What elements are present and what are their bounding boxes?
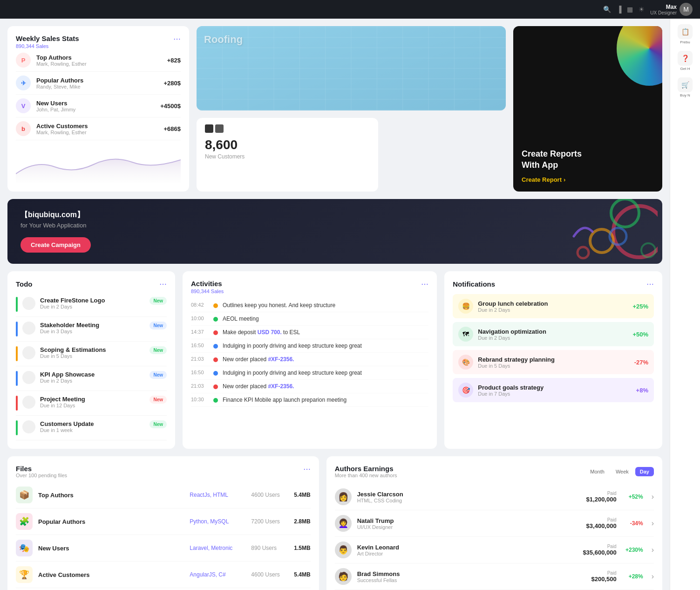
ae-info: Jessie Clarcson HTML, CSS Coding xyxy=(357,491,581,503)
activity-item: 21:03 New order placed #XF-2356. xyxy=(191,353,428,366)
row-1: Weekly Sales Stats 890,344 Sales ⋯ P Top… xyxy=(7,26,662,192)
row-2: 【biqubiqu.com】 for Your Web Application … xyxy=(7,199,662,264)
files-card: Files Over 100 pending files ⋯ 📦 Top Aut… xyxy=(7,456,319,590)
stat-item: V New Users John, Pat, Jimmy +4500$ xyxy=(16,95,181,117)
avatar[interactable]: M xyxy=(680,3,693,16)
arrow-right-icon: › xyxy=(564,176,565,183)
notification-item: 🎨 Rebrand strategy planning Due in 5 Day… xyxy=(453,350,654,374)
todo-due: Due in 2 Days xyxy=(40,378,145,384)
activity-text: AEOL meeting xyxy=(223,316,259,322)
ae-avatar: 🧑 xyxy=(335,568,352,585)
file-size: 5.4MB xyxy=(294,492,310,498)
todo-line xyxy=(16,396,18,411)
notifications-more-icon[interactable]: ⋯ xyxy=(646,280,654,288)
activity-time: 16:50 xyxy=(191,343,209,348)
create-report-link[interactable]: Create Report › xyxy=(522,176,654,183)
todo-more-icon[interactable]: ⋯ xyxy=(159,280,167,288)
stat-info: Popular Authors Randy, Steve, Mike xyxy=(36,77,163,89)
ae-arrow-icon[interactable]: › xyxy=(652,519,654,528)
ae-change: +28% xyxy=(622,573,643,580)
notifications-title: Notifications xyxy=(453,280,495,288)
todo-avatar xyxy=(22,371,35,384)
activity-text: Indulging in poorly driving and keep str… xyxy=(223,343,362,349)
todo-list: Create FireStone Logo Due in 2 Days New … xyxy=(16,292,167,440)
activity-link[interactable]: #XF-2356. xyxy=(268,356,294,363)
ae-role: Art Director xyxy=(357,551,578,556)
user-info[interactable]: Max UX Designer M xyxy=(650,3,693,16)
activity-dot xyxy=(213,303,218,308)
weekly-sales-title: Weekly Sales Stats xyxy=(16,34,79,42)
todo-due: Due in 5 Days xyxy=(40,353,145,359)
right-panel-item[interactable]: 🛒 Buy N xyxy=(678,77,693,97)
todo-item: KPI App Showcase Due in 2 Days New xyxy=(16,366,167,391)
files-title: Files xyxy=(16,465,67,473)
stat-info: Active Customers Mark, Rowling, Esther xyxy=(36,123,163,135)
notif-info: Product goals strategy Due in 7 Days xyxy=(478,384,631,397)
activity-item: 16:50 Indulging in poorly driving and ke… xyxy=(191,339,428,353)
activities-more-icon[interactable]: ⋯ xyxy=(421,280,428,288)
file-icon: 🏆 xyxy=(16,566,33,583)
stat-info: Top Authors Mark, Rowling, Esther xyxy=(36,54,167,67)
ae-role: Successful Fellas xyxy=(357,577,586,583)
ae-arrow-icon[interactable]: › xyxy=(652,493,654,501)
file-name: Popular Authors xyxy=(38,518,184,525)
file-name: Active Customers xyxy=(38,571,184,578)
stat-sub: Mark, Rowling, Esther xyxy=(36,130,163,135)
right-panel-label: Buy N xyxy=(680,93,690,97)
stat-name: New Users xyxy=(36,100,160,107)
activity-item: 10:00 AEOL meeting xyxy=(191,312,428,326)
ae-paid-label: Paid xyxy=(586,491,617,496)
ae-info: Kevin Leonard Art Director xyxy=(357,544,578,556)
right-panel-item[interactable]: ❓ Get H xyxy=(678,51,693,71)
file-tags: AngularJS, C# xyxy=(190,571,245,578)
activity-item: 21:03 New order placed #XF-2356. xyxy=(191,380,428,393)
ae-amount: $200,500 xyxy=(591,576,616,583)
todo-avatar xyxy=(22,322,35,335)
menu-icon[interactable]: ▐ xyxy=(617,6,621,13)
stat-name: Active Customers xyxy=(36,123,163,130)
ae-arrow-icon[interactable]: › xyxy=(652,572,654,581)
files-more-icon[interactable]: ⋯ xyxy=(303,465,311,473)
stat-item: P Top Authors Mark, Rowling, Esther +82$ xyxy=(16,49,181,72)
activity-dot xyxy=(213,371,218,376)
todo-item: Project Meeting Due in 12 Days New xyxy=(16,391,167,416)
row-3: Todo ⋯ Create FireStone Logo Due in 2 Da… xyxy=(7,271,662,449)
todo-due: Due in 1 week xyxy=(40,427,145,433)
tab-week[interactable]: Week xyxy=(611,467,633,476)
new-customers-label: New Customers xyxy=(205,153,370,160)
notif-icon: 🎯 xyxy=(458,383,473,398)
activities-subtitle: 890,344 Sales xyxy=(191,288,224,294)
notif-info: Rebrand strategy planning Due in 5 Days xyxy=(478,356,629,369)
create-reports-title: Create Reports With App xyxy=(522,149,654,171)
notifications-card: Notifications ⋯ 🍔 Group lunch celebratio… xyxy=(444,271,662,449)
tab-day[interactable]: Day xyxy=(635,467,654,476)
create-campaign-button[interactable]: Create Campaign xyxy=(20,237,91,253)
ae-arrow-icon[interactable]: › xyxy=(652,546,654,554)
stat-sub: Mark, Rowling, Esther xyxy=(36,61,167,67)
campaign-subtitle: for Your Web Application xyxy=(20,222,649,229)
activity-list: 08:42 Outlines keep you honest. And keep… xyxy=(191,299,428,407)
right-panel-item[interactable]: 📋 Prebu xyxy=(678,24,693,44)
todo-item: Customers Update Due in 1 week New xyxy=(16,416,167,440)
theme-icon[interactable]: ☀ xyxy=(639,6,645,13)
activity-dot xyxy=(213,357,218,362)
activity-link[interactable]: #XF-2356. xyxy=(268,383,294,390)
grid-icon[interactable]: ▦ xyxy=(627,6,633,13)
file-name: Top Authors xyxy=(38,492,184,499)
notif-value: -27% xyxy=(634,359,648,366)
notif-name: Rebrand strategy planning xyxy=(478,356,629,363)
ae-paid-section: Paid $3,400,000 xyxy=(586,517,617,529)
search-icon[interactable]: 🔍 xyxy=(603,6,611,13)
activity-link[interactable]: USD 700. xyxy=(258,329,282,336)
tab-month[interactable]: Month xyxy=(585,467,609,476)
ae-paid-label: Paid xyxy=(591,570,616,576)
todo-due: Due in 12 Days xyxy=(40,403,145,408)
create-reports-card: Create Reports With App Create Report › xyxy=(513,26,662,192)
ae-title: Authors Earnings xyxy=(335,465,397,473)
stat-value: +4500$ xyxy=(160,103,181,110)
file-users: 890 Users xyxy=(251,545,288,551)
activities-card: Activities 890,344 Sales ⋯ 08:42 Outline… xyxy=(183,271,437,449)
sales-chart xyxy=(16,146,181,183)
main-content: Weekly Sales Stats 890,344 Sales ⋯ P Top… xyxy=(0,19,670,590)
weekly-more-icon[interactable]: ⋯ xyxy=(173,34,181,43)
